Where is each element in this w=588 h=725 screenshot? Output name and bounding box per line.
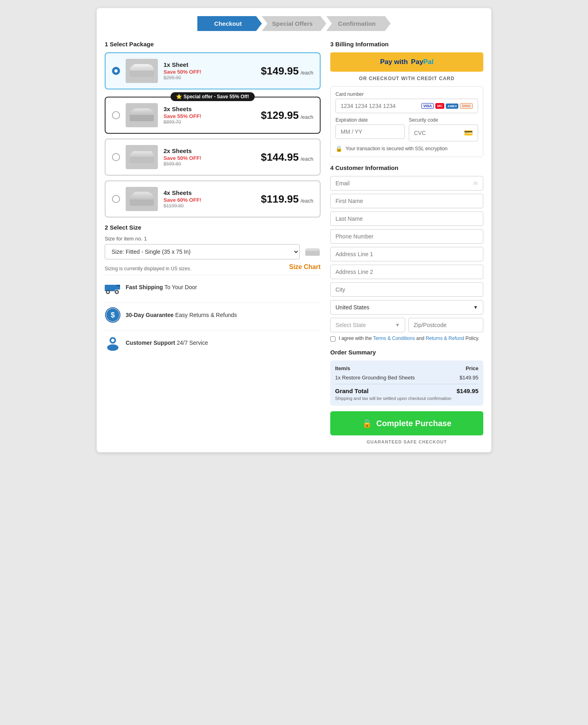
safe-checkout-label: GUARANTEED SAFE CHECKOUT xyxy=(330,439,483,444)
radio-pkg2[interactable] xyxy=(112,111,120,119)
size-note: Sizing is currently displayed in US size… xyxy=(105,266,191,271)
refund-link[interactable]: Returns & Refund xyxy=(426,336,464,341)
pkg1-name: 1x Sheet xyxy=(164,61,255,68)
pkg1-price: $149.95 xyxy=(261,65,299,77)
terms-link[interactable]: Terms & Conditions xyxy=(373,336,415,341)
svg-point-34 xyxy=(111,339,114,342)
feature-shipping: Fast Shipping To Your Door xyxy=(105,275,321,299)
terms-checkbox[interactable] xyxy=(330,336,335,342)
pkg4-per: /each xyxy=(300,198,313,204)
package-card-3[interactable]: 2x Sheets Save 50% OFF! $599.80 $144.95 … xyxy=(105,139,321,176)
pkg2-price: $129.95 xyxy=(261,109,299,121)
right-column: 3 Billing Information Pay with PayPal OR… xyxy=(330,41,483,444)
svg-rect-4 xyxy=(134,64,149,66)
step-confirmation[interactable]: Confirmation xyxy=(326,16,391,31)
step-special-offers-label: Special Offers xyxy=(272,20,313,27)
phone-wrapper xyxy=(330,229,483,244)
size-select[interactable]: Size: Fitted - Single (35 x 75 In) Size:… xyxy=(105,244,300,259)
pkg2-name: 3x Sheets xyxy=(164,106,255,112)
steps-bar: Checkout Special Offers Confirmation xyxy=(105,16,483,31)
complete-purchase-button[interactable]: 🔒 Complete Purchase xyxy=(330,411,483,435)
shipping-note: Shipping and tax will be settled upon ch… xyxy=(335,396,478,401)
paypal-button[interactable]: Pay with PayPal xyxy=(330,52,483,72)
zip-wrapper xyxy=(408,318,483,332)
expiry-label: Expiration date xyxy=(335,117,405,123)
card-number-input[interactable] xyxy=(341,103,421,109)
package-card-1[interactable]: 1x Sheet Save 50% OFF! $299.90 $149.95 /… xyxy=(105,52,321,89)
country-select[interactable]: United States ▼ xyxy=(330,300,483,315)
pkg2-save: Save 55% OFF! xyxy=(164,113,255,119)
expiry-field: Expiration date xyxy=(335,117,405,141)
pkg3-price-block: $144.95 /each xyxy=(261,151,313,164)
svg-rect-9 xyxy=(134,108,149,110)
address1-input[interactable] xyxy=(335,251,478,257)
pkg3-save: Save 50% OFF! xyxy=(164,155,255,161)
radio-pkg4[interactable] xyxy=(112,195,120,203)
zip-input[interactable] xyxy=(414,322,478,328)
support-icon xyxy=(105,335,121,351)
left-column: 1 Select Package 1x Sheet Save 50% xyxy=(105,41,321,355)
radio-pkg1[interactable] xyxy=(112,67,120,75)
country-value: United States xyxy=(335,304,369,311)
expiry-input-wrapper xyxy=(335,124,405,139)
pkg3-info: 2x Sheets Save 50% OFF! $599.80 xyxy=(164,147,255,167)
step-checkout[interactable]: Checkout xyxy=(197,16,262,31)
order-header-price: Price xyxy=(466,365,478,371)
email-icon: ✉ xyxy=(473,180,478,186)
package-card-2[interactable]: ⭐ Special offer - Save 55% Off! 3x Sheet… xyxy=(105,97,321,134)
size-section: 2 Select Size Size for item no. 1 Size: … xyxy=(105,224,321,271)
pkg1-price-block: $149.95 /each xyxy=(261,65,313,77)
ssl-text: Your transaction is secured with SSL enc… xyxy=(346,146,447,151)
pkg1-old-price: $299.90 xyxy=(164,75,255,81)
feature-support: Customer Support 24/7 Service xyxy=(105,330,321,355)
feature-guarantee-text: 30-Day Guarantee Easy Returns & Refunds xyxy=(126,312,237,318)
step-special-offers[interactable]: Special Offers xyxy=(262,16,326,31)
address2-input[interactable] xyxy=(335,269,478,275)
paypal-logo: PayPal xyxy=(411,58,434,66)
card-number-input-wrapper: VISA MC AMEX DISC xyxy=(335,99,478,113)
city-input[interactable] xyxy=(335,286,478,293)
package-card-4[interactable]: 4x Sheets Save 60% OFF! $1199.80 $119.95… xyxy=(105,180,321,218)
svg-rect-18 xyxy=(134,192,149,194)
feature-shipping-text: Fast Shipping To Your Door xyxy=(126,284,197,290)
step-confirmation-label: Confirmation xyxy=(338,20,375,27)
size-chart-link[interactable]: Size Chart xyxy=(289,263,321,271)
amex-icon: AMEX xyxy=(446,104,458,109)
special-offer-badge: ⭐ Special offer - Save 55% Off! xyxy=(170,92,255,101)
pkg4-price-block: $119.95 /each xyxy=(261,193,313,205)
pkg4-name: 4x Sheets xyxy=(164,189,255,196)
expiry-input[interactable] xyxy=(341,128,400,135)
pkg2-old-price: $899.70 xyxy=(164,119,255,125)
svg-point-28 xyxy=(116,291,118,293)
card-section: Card number VISA MC AMEX DISC Expiration… xyxy=(330,86,483,157)
lock-btn-icon: 🔒 xyxy=(362,418,372,428)
svg-point-26 xyxy=(107,291,109,293)
page-wrapper: Checkout Special Offers Confirmation 1 S… xyxy=(97,8,491,452)
state-select[interactable]: Select State ▼ xyxy=(330,318,405,332)
product-img-4 xyxy=(126,187,158,211)
security-field: Security code 💳 xyxy=(409,117,478,141)
security-input-wrapper: 💳 xyxy=(409,124,478,141)
truck-icon xyxy=(105,279,121,295)
radio-pkg3[interactable] xyxy=(112,153,120,161)
main-content: 1 Select Package 1x Sheet Save 50% xyxy=(105,41,483,444)
terms-row: I agree with the Terms & Conditions and … xyxy=(330,336,483,342)
first-name-input[interactable] xyxy=(335,198,478,204)
phone-input[interactable] xyxy=(335,233,478,240)
customer-section: 4 Customer Information ✉ xyxy=(330,164,483,342)
address1-wrapper xyxy=(330,247,483,261)
cvc-icon: 💳 xyxy=(464,128,473,137)
last-name-input[interactable] xyxy=(335,215,478,222)
email-input[interactable] xyxy=(335,180,473,186)
svg-rect-21 xyxy=(306,248,319,250)
security-input[interactable] xyxy=(414,130,455,136)
size-for-label: Size for item no. 1 xyxy=(105,236,321,242)
mastercard-icon: MC xyxy=(435,103,444,109)
country-chevron-icon: ▼ xyxy=(473,304,478,310)
pkg3-per: /each xyxy=(300,156,313,162)
pkg2-per: /each xyxy=(300,114,313,120)
pkg4-info: 4x Sheets Save 60% OFF! $1199.80 xyxy=(164,189,255,209)
size-row: Size: Fitted - Single (35 x 75 In) Size:… xyxy=(105,244,321,259)
order-header-items: Item/s xyxy=(335,365,350,371)
product-img-2 xyxy=(126,103,158,127)
